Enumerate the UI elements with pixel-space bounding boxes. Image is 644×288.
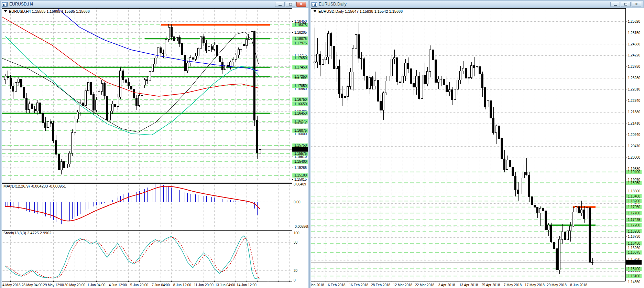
time-label: 1 Jun 04:00 [87,283,106,287]
level-price-label: 1.19400 [628,170,641,174]
level-price-label: 1.17450 [294,65,307,69]
level-price-label: 1.16075 [294,129,307,132]
level-price-label: 1.16450 [294,111,307,115]
level-price-label: 1.15100 [628,274,641,278]
level-price-label: 1.18950 [628,181,641,185]
time-label: 29 May 2018 [547,283,567,287]
level-price-label: 1.17700 [628,211,641,215]
level-price-label: 1.15750 [294,143,307,147]
level-price-label: 1.17950 [628,205,641,209]
price-label: 1.20000 [628,156,641,159]
time-label: 8 Jun 12:00 [173,283,192,287]
level-price-label: 1.17425 [628,218,641,222]
chart-window-icon [312,2,317,7]
price-label: 1.18205 [294,31,307,34]
restore-button[interactable] [621,2,631,7]
price-label: 1.25620 [628,20,641,23]
level-price-label: 1.15400 [628,267,641,271]
price-label: 1.21410 [628,121,641,125]
level-price-label: 1.18075 [294,37,307,41]
chart-legend: EURUSD,H4 1.15585 1.15695 1.15585 1.1566… [4,9,90,13]
level-price-label: 1.17050 [294,84,307,88]
price-axis: 1.184501.182051.177151.172251.169801.164… [292,20,308,181]
level-price-label: 1.15100 [294,173,307,177]
time-label: 29 May 12:00 [43,283,64,287]
time-label: 8 Jun 2018 [570,283,587,287]
price-label: 1.16730 [628,235,641,238]
desktop: { "app": {"width": 1873, "height": 837},… [0,0,644,288]
stoch-label: Stoch(13,3,3) 2.4725 2.9962 [3,231,51,235]
chart-background [311,8,644,288]
macd-label: MACD(12,26,9) -0.004283 -0.000951 [3,184,66,188]
time-label: 24 May 2018 [2,283,21,287]
price-label: 1.20940 [628,133,641,137]
price-label: 1.14850 [628,280,641,284]
price-label: 1.16000 [294,132,307,136]
chart-window-daily: EURUSD,Daily × 1.256201.251501.246801.24… [309,0,644,288]
h4-chart-canvas[interactable]: MACD(12,26,9) -0.004283 -0.000951Stoch(1… [2,8,308,288]
price-label: 1.25150 [628,31,641,35]
svg-text:0: 0 [294,278,296,282]
level-price-label: 1.17250 [294,75,307,78]
window-title: EURUSD,Daily [319,2,610,7]
time-label: 12 Mar 2018 [393,283,413,287]
price-label: 1.23750 [628,65,641,68]
price-label: 1.24220 [628,53,641,57]
level-price-label: 1.18375 [294,23,307,27]
minimize-button[interactable] [275,2,285,7]
titlebar-h4[interactable]: EURUSD,H4 × [1,1,308,8]
time-label: 28 Feb 2018 [371,283,391,287]
level-price-label: 1.15575 [294,152,307,156]
svg-text:80: 80 [294,241,298,244]
window-title: EURUSD,H4 [9,2,275,7]
svg-text:0.00409: 0.00409 [294,182,306,186]
restore-button[interactable] [286,2,295,7]
price-label: 1.18600 [628,189,641,193]
time-label: 7 Jun 04:00 [152,283,170,287]
minimize-icon [614,5,617,6]
close-icon: × [635,2,637,6]
level-price-label: 1.16275 [294,119,307,123]
time-label: 11 Jun 20:00 [194,283,214,287]
daily-chart-canvas[interactable]: 1.256201.251501.246801.242201.237501.232… [311,8,644,288]
minimize-button[interactable] [610,2,620,7]
svg-text:100: 100 [294,231,299,235]
close-button[interactable]: × [632,2,641,7]
level-price-label: 1.16450 [628,242,641,245]
time-label: 13 Jun 04:00 [215,283,235,287]
close-icon: × [300,2,302,6]
price-label: 1.15015 [294,178,307,181]
level-price-label: 1.16950 [628,230,641,233]
current-price-tag: 1.15666 [294,148,307,151]
time-label: 16 Feb 2018 [349,283,369,287]
chart-window-icon [2,2,8,7]
level-price-label: 1.18200 [628,199,641,203]
time-label: 17 May 2018 [525,283,545,287]
level-price-label: 1.16075 [628,250,641,254]
restore-icon [624,3,627,6]
svg-text:0.00: 0.00 [294,200,301,204]
price-label: 1.21880 [628,110,641,114]
close-button[interactable]: × [296,2,306,7]
price-label: 1.16260 [628,246,641,250]
titlebar-daily[interactable]: EURUSD,Daily × [310,1,643,8]
chart-legend: EURUSD,Daily 1.15647 1.15838 1.15542 1.1… [314,9,403,13]
level-price-label: 1.17975 [294,41,307,45]
level-price-label: 1.17200 [628,223,641,227]
chart-background [2,8,308,288]
time-label: 7 May 2018 [504,283,522,287]
price-label: 1.22340 [628,99,641,103]
legend-ohlc: EURUSD,H4 1.15585 1.15695 1.15585 1.1566… [9,9,90,13]
time-label: 5 Jun 20:00 [130,283,149,287]
time-label: 25 Apr 2018 [481,283,500,287]
svg-text:-0.005568: -0.005568 [294,225,308,228]
level-price-label: 1.17650 [294,56,307,60]
time-label: 4 Jun 12:00 [109,283,127,287]
minimize-icon [279,5,282,6]
legend-ohlc: EURUSD,Daily 1.15647 1.15838 1.15542 1.1… [318,9,403,13]
restore-icon [289,3,292,6]
chart-window-h4: EURUSD,H4 × MACD(12,26,9) -0.004283 -0.0… [0,0,309,288]
price-label: 1.22810 [628,87,641,91]
time-label: 28 May 04:00 [22,283,43,287]
time-label: 3 Apr 2018 [438,283,455,287]
